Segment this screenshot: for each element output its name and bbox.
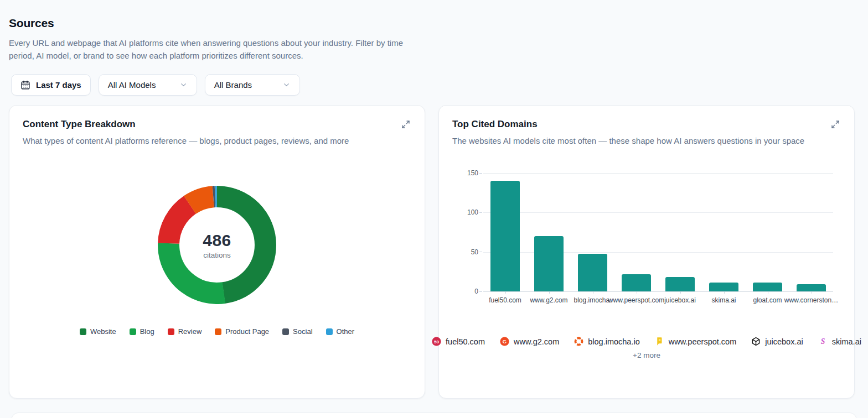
imocha-favicon [574, 337, 583, 346]
card-title: Top Cited Domains [452, 119, 538, 130]
content-type-donut-chart[interactable]: 486 citations [158, 186, 276, 304]
x-axis-label: juicebox.ai [664, 296, 696, 304]
x-axis-label: fuel50.com [489, 296, 521, 304]
bar-slot: juicebox.ai [658, 173, 702, 291]
filter-bar: Last 7 days All AI Models All Brands [11, 74, 857, 96]
x-axis-tick [768, 291, 768, 294]
legend-swatch [326, 328, 333, 335]
brand-select[interactable]: All Brands [205, 74, 300, 96]
bar-slot: fuel50.com [483, 173, 527, 291]
sources-page: Sources Every URL and webpage that AI pl… [0, 0, 868, 399]
date-range-label: Last 7 days [36, 80, 81, 90]
bar-plot-area: 050100150fuel50.comwww.g2.comblog.imocha… [483, 173, 833, 291]
x-axis-label: www.g2.com [530, 296, 567, 304]
legend-label: Social [293, 327, 312, 336]
legend-item-peerspot[interactable]: www.peerspot.com [655, 337, 737, 346]
legend-label: Product Page [225, 327, 269, 336]
bar-www.cornerston-[interactable] [797, 284, 826, 291]
ai-model-value: All AI Models [108, 80, 156, 90]
page-title: Sources [9, 17, 857, 30]
legend-swatch [282, 328, 289, 335]
legend-item-other[interactable]: Other [326, 327, 355, 336]
skima-favicon: S [818, 337, 828, 346]
legend-item-review[interactable]: Review [168, 327, 202, 336]
y-axis-tick-150: 150 [467, 169, 482, 177]
x-axis-tick [593, 291, 593, 294]
bar-slot: blog.imocha. [571, 173, 614, 291]
chevron-down-icon [282, 81, 291, 89]
top-cited-domains-card: Top Cited Domains The websites AI models… [438, 105, 855, 399]
cards-row: Content Type Breakdown What types of con… [9, 105, 857, 399]
card-title: Content Type Breakdown [23, 119, 136, 130]
legend-label: skima.ai [832, 337, 861, 346]
x-axis-label: www.cornerston… [784, 296, 838, 304]
legend-item-social[interactable]: Social [282, 327, 312, 336]
card-header: Top Cited Domains [452, 119, 841, 130]
date-range-button[interactable]: Last 7 days [11, 74, 91, 96]
legend-label: Other [337, 327, 355, 336]
legend-label: www.g2.com [514, 337, 559, 346]
cited-domains-legend: 50 fuel50.com G www.g2.com blog.imocha.i… [452, 337, 841, 346]
card-subtitle: The websites AI models cite most often —… [452, 135, 818, 147]
legend-label: blog.imocha.io [588, 337, 640, 346]
bar-www.g2.com[interactable] [534, 236, 564, 291]
x-axis-label: www.peerspot.com [608, 296, 664, 304]
g2-favicon: G [500, 337, 509, 346]
bar-gloat.com[interactable] [753, 283, 782, 291]
bar-www.peerspot.com[interactable] [622, 274, 651, 291]
x-axis-tick [637, 291, 637, 294]
legend-item-fuel50[interactable]: 50 fuel50.com [432, 337, 485, 346]
bar-skima.ai[interactable] [709, 283, 738, 291]
bar-fuel50.com[interactable] [490, 181, 520, 291]
legend-item-product-page[interactable]: Product Page [215, 327, 269, 336]
bar-slot: www.cornerston… [789, 173, 833, 291]
legend-swatch [80, 328, 86, 335]
expand-icon[interactable] [400, 119, 411, 130]
bar-juicebox.ai[interactable] [665, 277, 695, 291]
fuel50-favicon: 50 [432, 337, 441, 346]
legend-item-skima[interactable]: S skima.ai [818, 337, 861, 346]
card-header: Content Type Breakdown [23, 119, 411, 130]
legend-label: www.peerspot.com [669, 337, 737, 346]
more-domains-label: +2 more [452, 351, 841, 359]
legend-swatch [168, 328, 174, 335]
legend-item-website[interactable]: Website [80, 327, 116, 336]
x-axis-label: skima.ai [711, 296, 736, 304]
legend-item-imocha[interactable]: blog.imocha.io [574, 337, 640, 346]
y-axis-tick-0: 0 [474, 288, 482, 295]
legend-swatch [130, 328, 136, 335]
x-axis-tick [549, 291, 550, 294]
content-type-breakdown-card: Content Type Breakdown What types of con… [9, 105, 425, 399]
next-card-top-edge [11, 412, 857, 418]
x-axis-tick [505, 291, 506, 294]
legend-label: Website [90, 327, 116, 336]
content-type-legend: WebsiteBlogReviewProduct PageSocialOther [23, 327, 411, 336]
bar-blog.imocha.[interactable] [578, 254, 607, 291]
x-axis-tick [724, 291, 725, 294]
chevron-down-icon [179, 81, 188, 89]
legend-label: juicebox.ai [765, 337, 803, 346]
legend-item-blog[interactable]: Blog [130, 327, 154, 336]
page-description: Every URL and webpage that AI platforms … [9, 36, 421, 62]
expand-icon[interactable] [830, 119, 841, 130]
peerspot-favicon [655, 337, 664, 346]
legend-item-g2[interactable]: G www.g2.com [500, 337, 559, 346]
juicebox-favicon [751, 337, 761, 346]
card-subtitle: What types of content AI platforms refer… [23, 135, 411, 147]
svg-text:G: G [503, 339, 507, 344]
brand-value: All Brands [214, 80, 252, 90]
bar-slot: gloat.com [746, 173, 789, 291]
y-axis-tick-100: 100 [467, 208, 482, 216]
ai-model-select[interactable]: All AI Models [99, 74, 197, 96]
legend-swatch [215, 328, 221, 335]
legend-label: fuel50.com [446, 337, 485, 346]
donut-segments[interactable] [158, 186, 276, 304]
x-axis-label: blog.imocha. [574, 296, 611, 304]
bar-slot: skima.ai [702, 173, 746, 291]
bar-slot: www.peerspot.com [614, 173, 658, 291]
x-axis-label: gloat.com [753, 296, 782, 304]
gridline-0 [483, 291, 833, 292]
legend-item-juicebox[interactable]: juicebox.ai [751, 337, 803, 346]
bar-slot: www.g2.com [527, 173, 571, 291]
legend-label: Blog [140, 327, 154, 336]
